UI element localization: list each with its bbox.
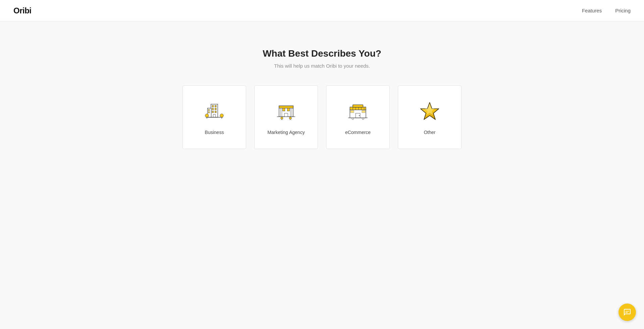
svg-rect-20 (283, 108, 285, 111)
svg-point-40 (362, 118, 364, 120)
svg-rect-9 (208, 109, 209, 111)
svg-point-24 (281, 117, 283, 119)
svg-rect-19 (290, 108, 292, 117)
nav-pricing[interactable]: Pricing (615, 8, 631, 13)
card-marketing-agency[interactable]: Marketing Agency (254, 85, 318, 149)
business-icon (202, 100, 226, 124)
card-marketing-agency-label: Marketing Agency (267, 130, 305, 135)
page-subtitle: This will help us match Oribi to your ne… (274, 63, 370, 69)
page-title: What Best Describes You? (263, 48, 381, 59)
svg-rect-3 (212, 108, 213, 110)
svg-rect-37 (362, 111, 365, 113)
svg-rect-36 (351, 111, 354, 113)
svg-point-25 (289, 117, 291, 119)
svg-rect-2 (215, 105, 216, 107)
chat-button[interactable] (619, 304, 636, 321)
card-business-label: Business (205, 130, 224, 135)
svg-rect-21 (287, 108, 289, 111)
card-ecommerce-label: eCommerce (345, 130, 371, 135)
svg-rect-10 (208, 112, 209, 113)
svg-point-12 (205, 114, 209, 117)
logo[interactable]: Oribi (13, 6, 32, 15)
svg-rect-22 (284, 113, 288, 117)
nav: Features Pricing (582, 8, 631, 13)
card-business[interactable]: Business (182, 85, 246, 149)
other-icon (418, 100, 442, 124)
svg-rect-17 (279, 106, 293, 108)
svg-rect-1 (212, 105, 213, 107)
main-content: What Best Describes You? This will help … (0, 21, 644, 149)
card-ecommerce[interactable]: eCommerce (326, 85, 390, 149)
svg-rect-4 (215, 108, 216, 110)
marketing-agency-icon (274, 100, 298, 124)
svg-rect-6 (215, 111, 216, 113)
header: Oribi Features Pricing (0, 0, 644, 21)
nav-features[interactable]: Features (582, 8, 602, 13)
cards-container: Business (182, 85, 462, 149)
card-other[interactable]: Other (398, 85, 462, 149)
svg-rect-33 (353, 105, 363, 108)
svg-rect-5 (212, 111, 213, 113)
svg-rect-18 (280, 108, 282, 117)
svg-rect-7 (213, 115, 216, 118)
ecommerce-icon (346, 100, 370, 124)
svg-point-35 (359, 115, 360, 116)
svg-point-14 (220, 114, 223, 117)
card-other-label: Other (424, 130, 435, 135)
svg-point-39 (352, 118, 354, 120)
